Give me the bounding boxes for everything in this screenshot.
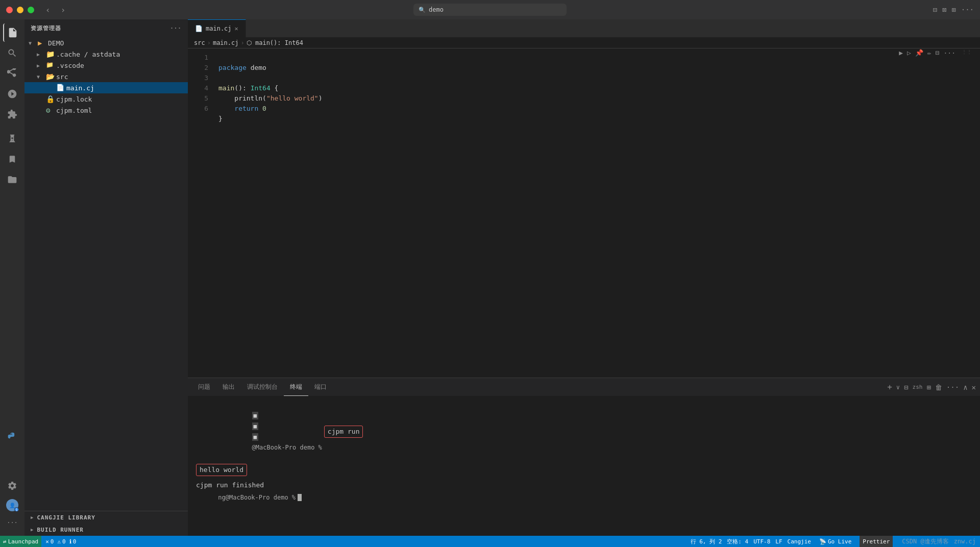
breadcrumb-file[interactable]: main.cj xyxy=(213,39,239,46)
tree-label-vscode: .vscode xyxy=(56,62,84,69)
run-icon[interactable]: ▶ xyxy=(899,49,903,57)
user-avatar[interactable]: 👤 1 xyxy=(6,499,18,511)
tree-item-cjpm-lock[interactable]: ▶ 🔒 cjpm.lock xyxy=(24,93,188,105)
trash-icon[interactable]: 🗑 xyxy=(935,383,942,391)
error-icon: ✕ xyxy=(45,538,49,545)
panel-tab-terminal[interactable]: 终端 xyxy=(284,378,308,396)
title-right-actions: ⊟ ⊠ ⊞ ··· xyxy=(933,6,974,14)
golive-icon: 📡 xyxy=(819,538,826,545)
tab-bar: 📄 main.cj ✕ xyxy=(188,19,980,37)
tree-item-cache[interactable]: ▶ 📁 .cache / astdata xyxy=(24,48,188,60)
panel-tab-problems[interactable]: 问题 xyxy=(192,378,216,396)
python-icon[interactable] xyxy=(3,428,21,446)
terminal-name-label: zsh xyxy=(913,384,923,390)
grid-icon[interactable]: ⊞ xyxy=(926,383,930,391)
build-runner-label: BUILD RUNNER xyxy=(37,527,83,533)
info-count: 0 xyxy=(73,538,77,545)
panel-collapse-icon[interactable]: ∧ xyxy=(963,383,967,391)
status-language[interactable]: Cangjie xyxy=(788,538,811,545)
status-go-live[interactable]: 📡 Go Live xyxy=(816,536,854,547)
status-right: 行 6, 列 2 空格: 4 UTF-8 LF Cangjie 📡 Go Liv… xyxy=(691,536,976,547)
files-icon[interactable] xyxy=(3,23,21,42)
tree-item-main-cj[interactable]: ▶ 📄 main.cj xyxy=(24,82,188,93)
cangjie-library-label: CANGJIE LIBRARY xyxy=(37,514,95,521)
terminal-cursor xyxy=(298,494,302,501)
breadcrumb-src[interactable]: src xyxy=(194,39,205,46)
split-terminal-icon[interactable]: ⊟ xyxy=(904,383,908,391)
more-dots-icon[interactable]: ··· xyxy=(3,513,21,532)
sidebar-header: 资源管理器 ··· xyxy=(24,19,188,37)
bookmark-icon[interactable] xyxy=(3,150,21,168)
tab-close-button[interactable]: ✕ xyxy=(235,25,238,32)
panel-close-icon[interactable]: ✕ xyxy=(972,383,976,391)
forward-button[interactable]: › xyxy=(58,4,69,16)
terminal-line-output: hello world xyxy=(196,464,972,476)
traffic-lights xyxy=(6,7,34,13)
info-icon: ℹ xyxy=(69,538,71,545)
search-icon[interactable] xyxy=(3,44,21,62)
close-button[interactable] xyxy=(6,7,13,13)
split-editor-icon[interactable]: ⊟ xyxy=(936,49,940,57)
extensions-icon[interactable] xyxy=(3,105,21,123)
code-content[interactable]: package demo main(): Int64 { println("he… xyxy=(212,48,980,378)
tree-item-vscode[interactable]: ▶ 📁 .vscode xyxy=(24,60,188,71)
terminal-prompt-2: ng@MacBook-Pro demo % xyxy=(196,492,296,503)
tab-main-cj[interactable]: 📄 main.cj ✕ xyxy=(188,19,246,37)
more-editor-icon[interactable]: ··· xyxy=(944,49,955,57)
status-line-col[interactable]: 行 6, 列 2 xyxy=(691,538,722,545)
layout2-icon[interactable]: ⊠ xyxy=(942,6,946,14)
folder-vscode-icon: 📁 xyxy=(46,61,54,69)
status-remote-label: Launchpad xyxy=(8,538,39,545)
flask-icon[interactable] xyxy=(3,130,21,148)
tree-item-src[interactable]: ▼ 📂 src xyxy=(24,71,188,82)
debug-icon[interactable] xyxy=(3,85,21,103)
edit-icon[interactable]: ✏ xyxy=(927,49,932,57)
status-line-ending[interactable]: LF xyxy=(775,538,782,545)
tree-arrow-vscode: ▶ xyxy=(37,63,44,68)
tree-item-cjpm-toml[interactable]: ▶ ⚙ cjpm.toml xyxy=(24,105,188,116)
folder-open-icon[interactable] xyxy=(3,170,21,189)
run-debug-icon[interactable]: ▷ xyxy=(907,49,911,57)
code-editor[interactable]: 1 2 3 4 5 6 package demo main(): Int64 {… xyxy=(188,48,980,378)
status-errors[interactable]: ✕ 0 ⚠ 0 ℹ 0 xyxy=(45,538,76,545)
panel-more-icon[interactable]: ··· xyxy=(946,383,959,391)
breadcrumb-func[interactable]: ⬡ main(): Int64 xyxy=(247,39,303,46)
folder-src-icon: 📂 xyxy=(46,72,54,81)
panel-tab-output[interactable]: 输出 xyxy=(216,378,241,396)
sidebar-title: 资源管理器 xyxy=(31,24,61,32)
build-runner-header[interactable]: ▶ BUILD RUNNER xyxy=(24,524,188,536)
sidebar-more-button[interactable]: ··· xyxy=(170,25,182,32)
split-icon[interactable]: ⊞ xyxy=(951,6,955,14)
status-source-control[interactable]: ⇌ Launchpad xyxy=(0,536,41,547)
status-prettier[interactable]: Prettier xyxy=(860,536,893,547)
title-bar: ‹ › 🔍 demo ⊟ ⊠ ⊞ ··· xyxy=(0,0,980,19)
tree-label-cjpm-toml: cjpm.toml xyxy=(56,107,92,114)
search-icon: 🔍 xyxy=(419,7,426,13)
maximize-button[interactable] xyxy=(28,7,34,13)
more-icon[interactable]: ··· xyxy=(961,6,974,14)
folder-cache-icon: 📁 xyxy=(46,50,54,58)
tree-label-main-cj: main.cj xyxy=(66,84,94,92)
new-terminal-icon[interactable]: + xyxy=(887,382,892,392)
pin-icon[interactable]: 📌 xyxy=(915,49,923,57)
cangjie-arrow-icon: ▶ xyxy=(31,515,34,520)
status-bar: ⇌ Launchpad ✕ 0 ⚠ 0 ℹ 0 行 6, 列 2 空格: 4 U… xyxy=(0,536,980,547)
status-encoding[interactable]: UTF-8 xyxy=(753,538,770,545)
layout-icon[interactable]: ⊟ xyxy=(933,6,937,14)
tree-arrow-cache: ▶ xyxy=(37,52,44,57)
settings-icon[interactable] xyxy=(3,477,21,495)
tree-item-demo[interactable]: ▼ ▶ DEMO xyxy=(24,37,188,48)
terminal-content[interactable]: ■ ■ ■ @MacBook-Pro demo % cjpm run hello… xyxy=(188,396,980,536)
launch-profile-icon[interactable]: ∨ xyxy=(896,384,900,391)
back-button[interactable]: ‹ xyxy=(42,4,54,16)
minimize-button[interactable] xyxy=(17,7,23,13)
source-control-icon[interactable] xyxy=(3,64,21,83)
search-bar[interactable]: 🔍 demo xyxy=(413,4,567,16)
status-indent[interactable]: 空格: 4 xyxy=(727,538,748,545)
tree-label-cache: .cache / astdata xyxy=(56,51,120,58)
badge-number: 1 xyxy=(14,507,19,512)
cangjie-library-header[interactable]: ▶ CANGJIE LIBRARY xyxy=(24,511,188,524)
panel-tab-debug-console[interactable]: 调试控制台 xyxy=(241,378,284,396)
panel-tab-ports[interactable]: 端口 xyxy=(308,378,333,396)
tree-arrow-src: ▼ xyxy=(37,74,44,80)
